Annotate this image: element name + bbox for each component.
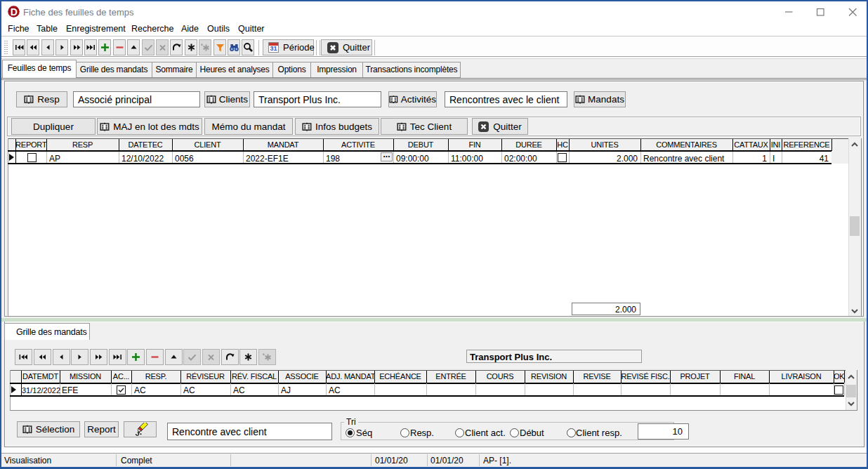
svg-text:D: D [11,6,18,18]
